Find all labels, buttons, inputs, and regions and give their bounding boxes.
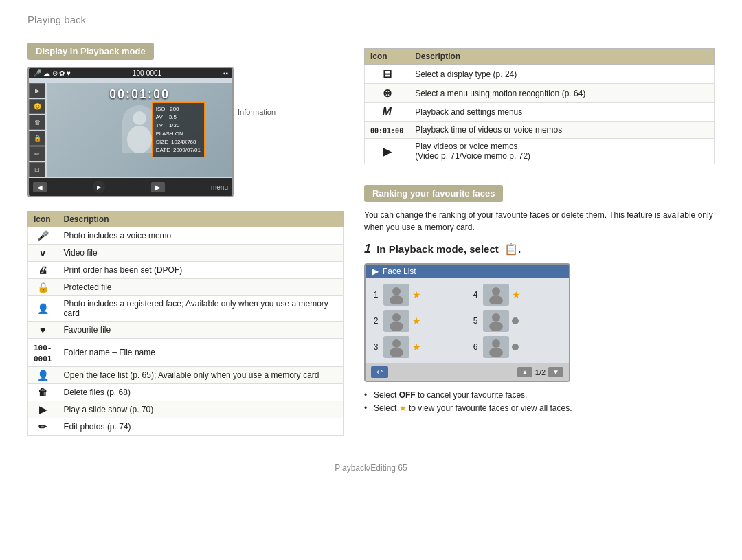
footer-navigation: ▲ 1/2 ▼ [517,367,563,377]
left-column: Display in Playback mode 🎤 ☁ ⊙ ✿ ♥ 100-0… [27,43,344,436]
face-list-title: Face List [383,267,416,276]
select-label-1: Select [374,390,399,400]
ranking-header: Ranking your favourite faces [364,185,503,202]
cam-icon-edit: ✏ [29,146,45,161]
icon-cell: ⊟ [365,65,409,84]
svg-point-6 [392,339,401,348]
svg-point-3 [390,295,403,304]
page-title: Playing back [27,14,715,30]
cam-icon-dpof: ⊡ [29,162,45,177]
select-label-2: Select [374,403,399,413]
icon-cell: 🖨 [28,262,58,279]
face-thumb-1 [383,284,409,306]
bullet-item-2: Select ★ to view your favourite faces or… [364,402,715,415]
svg-point-12 [492,339,500,348]
svg-point-9 [489,295,503,304]
annotation-text: Information [238,108,276,116]
icon-cell: 🔒 [28,279,58,296]
play-icon-small: ▶ [372,267,379,276]
bullet-item-1: Select OFF to cancel your favourite face… [364,389,715,402]
face-list-footer: ↩ ▲ 1/2 ▼ [366,363,569,381]
face-row-4: 4 ★ [471,284,563,306]
face-thumb-6 [483,336,509,358]
desc-cell: Playback time of videos or voice memos [409,122,715,139]
icon-cell: ✏ [28,418,58,436]
cam-prev-btn[interactable]: ◀ [33,182,47,192]
cam-file-id: 100-0001 [133,69,161,77]
table-row: 🗑Delete files (p. 68) [28,384,344,401]
desc-cell: Delete files (p. 68) [58,384,344,401]
icon-cell: ♥ [28,322,58,339]
svg-point-5 [390,322,403,331]
table-row: ♥Favourite file [28,322,344,339]
face-star-3: ★ [412,341,421,352]
table-row: 👤Open the face list (p. 65); Available o… [28,367,344,384]
face-num-4: 4 [471,290,480,300]
svg-point-10 [492,313,500,322]
desc-cell: Edit photos (p. 74) [58,418,344,436]
table-row: 100-0001Folder name – File name [28,339,344,367]
face-star-2: ★ [412,315,421,326]
svg-point-0 [133,111,146,125]
desc-cell: Photo includes a voice memo [58,227,344,245]
cam-top-bar: 🎤 ☁ ⊙ ✿ ♥ 100-0001 ▪▪ [29,68,232,78]
icon-cell: 👤 [28,296,58,322]
face-thumb-3 [383,336,409,358]
off-icon: OFF [399,390,416,400]
face-list-body: 1 ★ 2 [366,278,569,363]
period: . [518,243,521,255]
icon-cell: 00:01:00 [365,122,409,139]
desc-cell: Print order has been set (DPOF) [58,262,344,279]
cam-play-btn[interactable]: ▶ [93,181,105,193]
desc-cell: Folder name – File name [58,339,344,367]
icon-cell: 🗑 [28,384,58,401]
icon-cell: ▶ [365,139,409,164]
face-col-right: 4 ★ 5 [471,284,563,358]
bullet-text-2: to view your favourite faces or view all… [409,403,572,413]
desc-cell: Play a slide show (p. 70) [58,401,344,418]
face-row-5: 5 [471,310,563,332]
desc-cell: Protected file [58,279,344,296]
right-column: Icon Description ⊟Select a display type … [364,43,715,436]
cam-info-overlay: ISO 200 AV 3.5 TV 1/30 FLASH ON SIZE 102… [152,102,205,157]
page-footer: Playback/Editing 65 [27,456,715,473]
cam-icon-protect: 🔒 [29,131,45,146]
nav-up-btn[interactable]: ▲ [517,367,532,377]
face-thumb-4 [483,284,509,306]
step1-text: In Playback mode, select [376,243,499,255]
nav-down-btn[interactable]: ▼ [548,367,563,377]
svg-point-7 [390,348,403,357]
table-row: ▶Play videos or voice memos(Video p. 71/… [365,139,715,164]
ranking-description: You can change the ranking of your favou… [364,209,715,234]
face-num-6: 6 [471,342,480,352]
face-num-5: 5 [471,316,480,326]
svg-point-1 [127,126,152,153]
table-row: 🖨Print order has been set (DPOF) [28,262,344,279]
desc-cell: Favourite file [58,322,344,339]
back-button[interactable]: ↩ [371,366,388,378]
cam-menu-btn[interactable]: menu [211,183,228,191]
table-row: ⊛Select a menu using motion recognition … [365,84,715,103]
cam-next-btn[interactable]: ▶ [151,182,165,192]
face-num-3: 3 [371,342,381,352]
display-playback-header: Display in Playback mode [27,43,154,60]
face-dot-6 [512,344,519,350]
table-row: 🔒Protected file [28,279,344,296]
table-row: MPlayback and settings menus [365,103,715,122]
desc-cell: Playback and settings menus [409,103,715,122]
icon-cell: M [365,103,409,122]
desc-cell: Play videos or voice memos(Video p. 71/V… [409,139,715,164]
svg-point-8 [492,287,500,295]
step1-label: 1 In Playback mode, select 📋. [364,242,715,256]
cam-icon-face: 😊 [29,99,45,114]
desc-cell: Select a display type (p. 24) [409,65,715,84]
cam-icons-row: 🎤 ☁ ⊙ ✿ ♥ [33,69,71,77]
camera-display-mock: 🎤 ☁ ⊙ ✿ ♥ 100-0001 ▪▪ ▶ 😊 🗑 🔒 ✏ ⊡ 00:01:… [27,67,234,197]
cam-left-icons: ▶ 😊 🗑 🔒 ✏ ⊡ [29,83,45,177]
icon-cell: 100-0001 [28,339,58,367]
ranking-section: Ranking your favourite faces You can cha… [364,185,715,415]
left-icon-table: Icon Description 🎤Photo includes a voice… [27,211,344,436]
right-table-col2: Description [409,49,715,65]
cam-icon-playback: ▶ [29,83,45,98]
icon-cell: v [28,245,58,262]
